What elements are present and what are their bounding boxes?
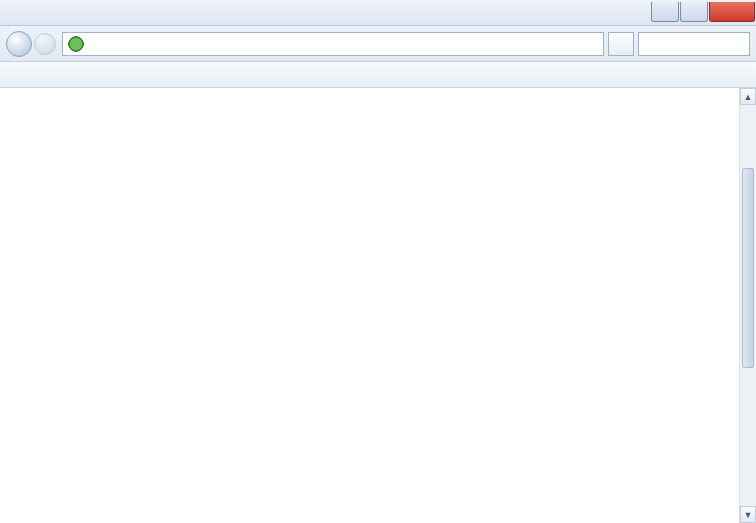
menu-tools[interactable] (60, 72, 76, 78)
sidebar (0, 88, 200, 523)
menu-view[interactable] (42, 72, 58, 78)
scroll-up-arrow[interactable]: ▲ (740, 88, 756, 105)
main-split: ▲ ▼ (0, 88, 756, 523)
menu-help[interactable] (78, 72, 94, 78)
refresh-button[interactable] (608, 32, 634, 56)
maximize-button[interactable] (680, 2, 708, 22)
nav-forward-button[interactable] (34, 33, 56, 55)
scroll-thumb[interactable] (742, 168, 754, 368)
close-button[interactable] (709, 2, 755, 22)
minimize-button[interactable] (651, 2, 679, 22)
menu-file[interactable] (6, 72, 22, 78)
vertical-scrollbar[interactable]: ▲ ▼ (739, 88, 756, 523)
content-area: ▲ ▼ (200, 88, 756, 523)
search-box[interactable] (638, 32, 750, 56)
breadcrumb-bar[interactable] (62, 32, 604, 56)
window-titlebar (0, 0, 756, 26)
address-bar-row (0, 26, 756, 62)
menu-bar (0, 62, 756, 88)
search-input[interactable] (643, 37, 745, 51)
scroll-down-arrow[interactable]: ▼ (740, 506, 756, 523)
menu-edit[interactable] (24, 72, 40, 78)
nav-back-button[interactable] (6, 31, 32, 57)
breadcrumb-root-icon (67, 35, 85, 53)
